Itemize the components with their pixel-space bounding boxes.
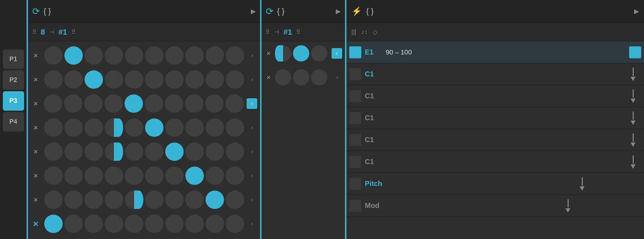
cell-2-9[interactable] — [225, 94, 244, 113]
cell-4-6[interactable] — [165, 142, 184, 161]
cell-7-7[interactable] — [185, 215, 204, 233]
cell-3-6[interactable] — [165, 118, 184, 137]
cell-3-5[interactable] — [145, 118, 163, 137]
row-arrow-5[interactable]: › — [247, 173, 257, 179]
row-mute-3[interactable]: × — [31, 124, 41, 132]
cell-0-5[interactable] — [145, 46, 163, 65]
pattern-btn-p2[interactable]: P2 — [3, 70, 24, 90]
slider-handle-5[interactable] — [631, 155, 636, 169]
cell-2-6[interactable] — [165, 94, 183, 113]
cell-4-9[interactable] — [226, 142, 244, 161]
p2-play-button[interactable]: ▶ — [336, 7, 341, 15]
cell-0-3[interactable] — [105, 46, 123, 65]
cell-3-7[interactable] — [185, 118, 204, 137]
cell-5-7[interactable] — [185, 167, 204, 185]
cell-5-3[interactable] — [105, 167, 123, 185]
p2-cell-0-1[interactable] — [293, 45, 309, 62]
p2-arrow-0[interactable]: ‹ — [332, 48, 342, 59]
cell-5-5[interactable] — [145, 167, 163, 185]
cell-3-3[interactable] — [105, 118, 123, 137]
cell-0-2[interactable] — [85, 46, 103, 65]
cell-1-9[interactable] — [226, 70, 244, 89]
slider-handle-2[interactable] — [631, 89, 636, 103]
pattern-btn-p4[interactable]: P4 — [3, 112, 24, 132]
slider-handle-1[interactable] — [631, 68, 636, 81]
cell-5-4[interactable] — [125, 167, 143, 185]
cell-4-5[interactable] — [145, 142, 163, 161]
cell-7-4[interactable] — [125, 215, 143, 233]
row-mute-6[interactable]: × — [31, 196, 41, 204]
cell-6-1[interactable] — [64, 191, 83, 209]
row-arrow-1[interactable]: › — [247, 76, 257, 83]
cell-2-7[interactable] — [185, 94, 203, 113]
cell-1-2[interactable] — [85, 70, 103, 89]
cell-0-6[interactable] — [165, 46, 184, 65]
cell-7-0[interactable] — [44, 215, 63, 233]
cell-1-8[interactable] — [206, 70, 224, 89]
cell-2-5[interactable] — [145, 94, 163, 113]
slider-handle-6[interactable] — [580, 177, 585, 191]
cell-4-8[interactable] — [206, 142, 224, 161]
cell-6-5[interactable] — [145, 191, 163, 209]
cell-1-5[interactable] — [145, 70, 163, 89]
cell-6-0[interactable] — [44, 191, 63, 209]
row-arrow-7[interactable]: › — [247, 221, 257, 227]
row-arrow-4[interactable]: › — [247, 148, 257, 155]
cell-7-1[interactable] — [64, 215, 83, 233]
p2-arrow-1[interactable]: › — [332, 74, 342, 81]
cell-7-2[interactable] — [85, 215, 103, 233]
pattern-btn-p3[interactable]: P3 — [3, 91, 24, 111]
p2-mute-0[interactable]: × — [264, 50, 273, 57]
row-mute-4[interactable]: × — [31, 148, 41, 156]
cell-7-3[interactable] — [105, 215, 123, 233]
cell-0-9[interactable] — [226, 46, 244, 65]
row-mute-1[interactable]: × — [31, 76, 41, 84]
cell-3-1[interactable] — [64, 118, 83, 137]
cell-5-6[interactable] — [165, 167, 184, 185]
cell-7-9[interactable] — [226, 215, 244, 233]
cell-1-3[interactable] — [105, 70, 123, 89]
cell-3-9[interactable] — [226, 118, 244, 137]
cell-5-0[interactable] — [44, 167, 63, 185]
row-mute-7[interactable]: × — [31, 218, 41, 229]
cell-4-7[interactable] — [185, 142, 204, 161]
p2-cell-1-0[interactable] — [275, 69, 291, 86]
cell-0-7[interactable] — [185, 46, 204, 65]
cell-7-8[interactable] — [206, 215, 224, 233]
row-arrow-2[interactable]: ‹ — [247, 98, 257, 109]
cell-4-4[interactable] — [125, 142, 143, 161]
cell-3-0[interactable] — [44, 118, 63, 137]
play-button[interactable]: ▶ — [251, 7, 256, 15]
cell-0-0[interactable] — [44, 46, 63, 65]
p2-cell-0-0[interactable] — [275, 45, 291, 62]
cell-4-1[interactable] — [64, 142, 83, 161]
cell-5-9[interactable] — [226, 167, 244, 185]
cell-0-8[interactable] — [206, 46, 224, 65]
cell-2-2[interactable] — [84, 94, 103, 113]
cell-4-0[interactable] — [44, 142, 63, 161]
cell-6-9[interactable] — [226, 191, 244, 209]
cell-5-2[interactable] — [85, 167, 103, 185]
cell-6-8[interactable] — [206, 191, 224, 209]
cell-5-1[interactable] — [64, 167, 83, 185]
cell-6-6[interactable] — [165, 191, 184, 209]
cell-0-1[interactable] — [64, 46, 83, 65]
p3-play-button[interactable]: ▶ — [634, 7, 639, 15]
slider-handle-3[interactable] — [631, 111, 636, 125]
cell-1-0[interactable] — [44, 70, 63, 89]
cell-2-0[interactable] — [44, 94, 62, 113]
slider-handle-4[interactable] — [631, 133, 636, 147]
pattern-btn-p1[interactable]: P1 — [3, 49, 24, 69]
slider-handle-7[interactable] — [565, 199, 570, 212]
cell-4-2[interactable] — [85, 142, 103, 161]
cell-5-8[interactable] — [206, 167, 224, 185]
cell-6-7[interactable] — [185, 191, 204, 209]
cell-1-4[interactable] — [125, 70, 143, 89]
cell-3-4[interactable] — [125, 118, 143, 137]
cell-1-1[interactable] — [64, 70, 83, 89]
cell-4-3[interactable] — [105, 142, 123, 161]
cell-1-7[interactable] — [185, 70, 204, 89]
cell-2-1[interactable] — [64, 94, 82, 113]
cell-3-2[interactable] — [85, 118, 103, 137]
cell-1-6[interactable] — [165, 70, 184, 89]
